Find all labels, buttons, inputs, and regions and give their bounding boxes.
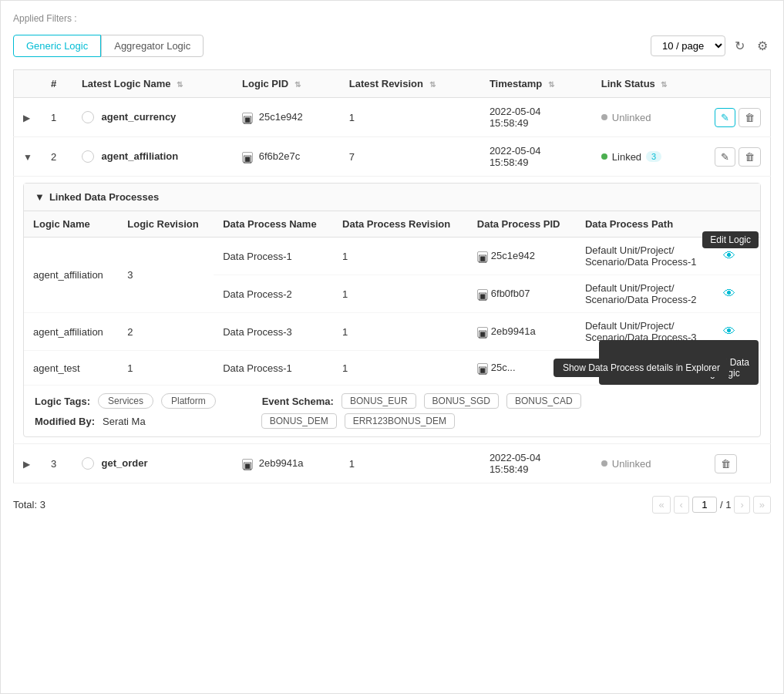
- row-timestamp: 2022-05-0415:58:49: [480, 137, 592, 177]
- table-row: ▶ 3 get_order ▣ 2eb9941a 1 2022-05-0415:…: [14, 444, 771, 483]
- schema-bonus-dem: BONUS_DEM: [261, 413, 337, 429]
- inner-col-dp-name: Data Process Name: [214, 211, 333, 238]
- inner-logic-rev: 3: [118, 238, 214, 313]
- expand-btn-1[interactable]: ▶: [23, 113, 30, 123]
- view-btn-1[interactable]: 👁: [723, 249, 735, 263]
- col-expand: [14, 70, 42, 98]
- action-btns: 🗑: [715, 454, 761, 473]
- tag-platform: Platform: [161, 393, 216, 409]
- row-timestamp: 2022-05-0415:58:49: [480, 444, 592, 483]
- page-number-input[interactable]: [692, 497, 717, 513]
- modified-by-label: Modified By:: [35, 416, 95, 427]
- inner-dp-rev: 1: [333, 275, 468, 313]
- edit-button-2[interactable]: ✎: [715, 147, 735, 167]
- applied-filters-label: Applied Filters :: [13, 13, 77, 24]
- next-page-btn[interactable]: ›: [734, 496, 749, 514]
- action-btns: ✎ 🗑: [715, 108, 761, 127]
- linked-processes-box: ▼ Linked Data Processes Logic Name Logic…: [23, 183, 761, 437]
- row-revision: 1: [340, 444, 480, 483]
- view-btn-3[interactable]: 👁: [723, 325, 735, 339]
- modified-by-value: Serati Ma: [103, 416, 146, 427]
- list-item: agent_affiliation 3 Data Process-1 1 ▣25…: [24, 238, 760, 275]
- schema-err123: ERR123BONUS_DEM: [345, 413, 455, 429]
- edit-button-1[interactable]: ✎: [715, 108, 735, 127]
- expand-btn-3[interactable]: ▶: [23, 459, 30, 470]
- delete-button-2[interactable]: 🗑: [739, 147, 761, 167]
- row-logic-name: agent_currency: [72, 98, 233, 137]
- inner-dp-pid: ▣25c1e942: [468, 238, 576, 275]
- tags-section: Logic Tags: Services Platform Event Sche…: [24, 386, 760, 429]
- pagination-bar: Total: 3 « ‹ / 1 › »: [13, 496, 771, 514]
- action-btns: ✎ 🗑: [715, 147, 761, 167]
- row-revision: 1: [340, 98, 480, 137]
- pid-icon: ▣: [242, 459, 253, 470]
- inner-dp-name: Data Process-3: [214, 313, 333, 351]
- tooltip-edit: Edit Logic: [702, 231, 759, 248]
- inner-dp-pid: ▣2eb9941a: [468, 313, 576, 351]
- inner-dp-path: Default Unit/Project/Scenario/Data Proce…: [576, 275, 714, 313]
- inner-dp-name: Data Process-1: [214, 238, 333, 275]
- inner-dp-path: Default Unit/Project/Scenario/Data Proce…: [576, 238, 714, 275]
- pid-icon: ▣: [242, 152, 253, 163]
- logic-icon: [82, 111, 94, 123]
- logic-icon: [82, 150, 94, 163]
- row-revision: 7: [340, 137, 480, 177]
- expand-btn-2[interactable]: ▼: [23, 152, 32, 163]
- page-separator: / 1: [720, 499, 731, 510]
- row-pid: ▣ 25c1e942: [233, 98, 340, 137]
- inner-col-logic-name: Logic Name: [24, 211, 118, 238]
- inner-logic-name: agent_affiliation: [24, 238, 118, 313]
- row-pid: ▣ 6f6b2e7c: [233, 137, 340, 177]
- table-row: ▼ 2 agent_affiliation ▣ 6f6b2e7c 7 2022-…: [14, 137, 771, 177]
- row-index: 2: [42, 137, 72, 177]
- row-link-status: Unlinked: [592, 444, 705, 483]
- delete-button-3[interactable]: 🗑: [715, 454, 737, 473]
- schema-bonus-eur: BONUS_EUR: [342, 393, 416, 409]
- linked-processes-header: ▼ Linked Data Processes: [24, 184, 760, 211]
- inner-logic-rev: 1: [118, 351, 214, 386]
- col-timestamp: Timestamp ⇅: [480, 70, 592, 98]
- row-timestamp: 2022-05-0415:58:49: [480, 98, 592, 137]
- col-revision: Latest Revision ⇅: [340, 70, 480, 98]
- row-logic-name: get_order: [72, 444, 233, 483]
- toolbar-right: 10 / page 20 / page 50 / page ↻ ⚙: [651, 35, 771, 56]
- tooltip-explorer: Show Data Process details in Explorer: [554, 359, 729, 377]
- row-index: 3: [42, 444, 72, 483]
- tab-group: Generic Logic Aggregator Logic: [13, 35, 204, 57]
- table-row: ▶ 1 agent_currency ▣ 25c1e942 1 2022-05-…: [14, 98, 771, 137]
- inner-table: Logic Name Logic Revision Data Process N…: [24, 211, 760, 386]
- toolbar: Generic Logic Aggregator Logic 10 / page…: [13, 35, 771, 57]
- expanded-row: ▼ Linked Data Processes Logic Name Logic…: [14, 177, 771, 444]
- main-table: # Latest Logic Name ⇅ Logic PID ⇅ Latest…: [13, 69, 771, 483]
- inner-logic-name: agent_affiliation: [24, 313, 118, 351]
- schema-bonus-sgd: BONUS_SGD: [424, 393, 499, 409]
- logic-icon: [82, 457, 94, 470]
- event-schema-label: Event Schema:: [262, 396, 334, 407]
- col-logic-name: Latest Logic Name ⇅: [72, 70, 233, 98]
- first-page-btn[interactable]: «: [652, 496, 670, 514]
- prev-page-btn[interactable]: ‹: [674, 496, 689, 514]
- delete-button-1[interactable]: 🗑: [739, 108, 761, 127]
- inner-logic-rev: 2: [118, 313, 214, 351]
- col-pid: Logic PID ⇅: [233, 70, 340, 98]
- total-label: Total: 3: [13, 499, 45, 510]
- row-link-status: Unlinked: [592, 98, 705, 137]
- settings-button[interactable]: ⚙: [754, 35, 771, 56]
- tab-aggregator-logic[interactable]: Aggregator Logic: [101, 35, 204, 57]
- collapse-icon[interactable]: ▼: [35, 191, 45, 203]
- refresh-button[interactable]: ↻: [732, 35, 748, 56]
- last-page-btn[interactable]: »: [753, 496, 771, 514]
- inner-col-dp-path: Data Process Path: [576, 211, 714, 238]
- page-size-select[interactable]: 10 / page 20 / page 50 / page: [651, 35, 725, 56]
- unlinked-dot: [601, 460, 607, 467]
- inner-dp-rev: 1: [333, 238, 468, 275]
- inner-col-dp-pid: Data Process PID: [468, 211, 576, 238]
- applied-filters: Applied Filters :: [13, 13, 771, 24]
- inner-dp-rev: 1: [333, 351, 468, 386]
- linked-count: 3: [646, 151, 661, 162]
- inner-logic-name: agent_test: [24, 351, 118, 386]
- tab-generic-logic[interactable]: Generic Logic: [13, 35, 101, 57]
- view-btn-2[interactable]: 👁: [723, 287, 735, 301]
- col-index: #: [42, 70, 72, 98]
- logic-tags-label: Logic Tags:: [35, 396, 90, 407]
